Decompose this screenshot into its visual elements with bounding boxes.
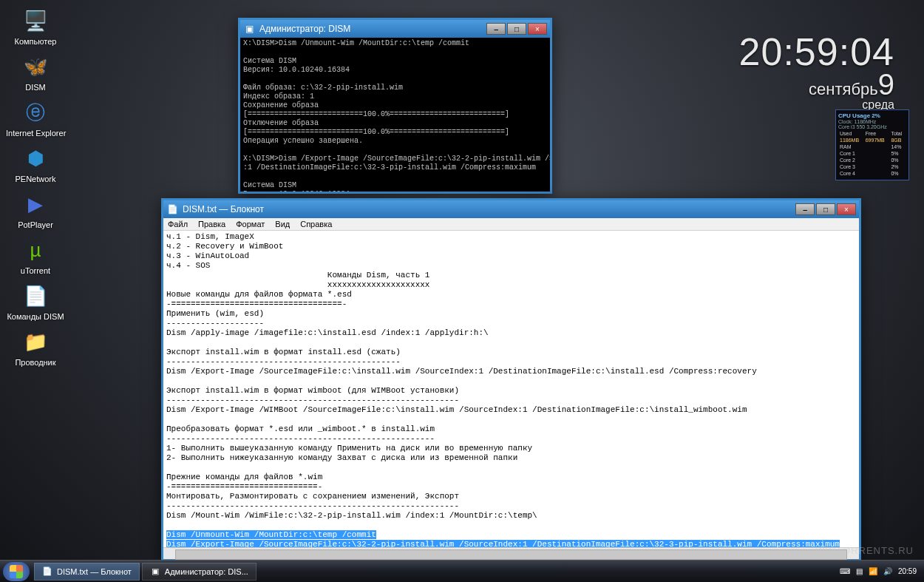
tray-volume-icon[interactable]: 🔊: [883, 567, 892, 575]
desktop-icon-dism[interactable]: 🦋DISM: [6, 52, 65, 92]
notepad-titlebar[interactable]: 📄 DISM.txt — Блокнот ‒ □ ×: [163, 200, 859, 218]
menu-edit[interactable]: Правка: [198, 220, 225, 229]
notepad-title: DISM.txt — Блокнот: [183, 204, 795, 214]
notepad-menubar: Файл Правка Формат Вид Справка: [163, 218, 859, 231]
menu-format[interactable]: Формат: [236, 220, 265, 229]
tray-flag-icon[interactable]: ▤: [856, 567, 863, 575]
desktop-icon-potplayer[interactable]: ▶PotPlayer: [6, 189, 65, 229]
desktop-icon-utorrent[interactable]: µuTorrent: [6, 235, 65, 275]
tray-keyboard-icon[interactable]: ⌨: [840, 567, 850, 575]
tray-clock[interactable]: 20:59: [898, 567, 917, 575]
close-button[interactable]: ×: [528, 23, 547, 35]
desktop-clock: 20:59:04 сентябрь9 среда: [739, 30, 894, 112]
utorrent-icon: µ: [21, 235, 50, 265]
clock-time: 20:59:04: [739, 30, 894, 74]
menu-file[interactable]: Файл: [168, 220, 188, 229]
horizontal-scrollbar[interactable]: [163, 547, 859, 559]
computer-icon: 🖥️: [21, 6, 50, 35]
cmd-titlebar[interactable]: ▣ Администратор: DISM ‒ □ ×: [240, 20, 550, 38]
selected-text[interactable]: Dism /Unmount-Wim /MountDir:c:\temp /com…: [166, 530, 840, 547]
cpu-title: CPU Usage 2%: [838, 112, 906, 119]
notepad-window[interactable]: 📄 DISM.txt — Блокнот ‒ □ × Файл Правка Ф…: [161, 198, 861, 561]
system-tray: ⌨ ▤ 📶 🔊 20:59: [840, 567, 921, 575]
close-button[interactable]: ×: [837, 203, 856, 215]
desktop-icon-penetwork[interactable]: ⬢PENetwork: [6, 143, 65, 183]
start-button[interactable]: [3, 562, 30, 581]
minimize-button[interactable]: ‒: [795, 203, 815, 215]
taskbar-item-cmd[interactable]: ▣Администратор: DIS...: [142, 563, 257, 581]
minimize-button[interactable]: ‒: [486, 23, 506, 35]
ie-icon: ⓔ: [21, 98, 50, 127]
desktop-icons: 🖥️Компьютер 🦋DISM ⓔInternet Explorer ⬢PE…: [6, 6, 65, 367]
penetwork-icon: ⬢: [21, 143, 50, 173]
cmd-content[interactable]: X:\DISM>Dism /Unmount-Wim /MountDir:c:\t…: [240, 38, 550, 192]
notepad-icon: 📄: [42, 566, 52, 577]
menu-help[interactable]: Справка: [300, 220, 332, 229]
cmd-icon: ▣: [243, 23, 255, 35]
maximize-button[interactable]: □: [507, 23, 526, 35]
taskbar: 📄DISM.txt — Блокнот ▣Администратор: DIS.…: [0, 560, 924, 582]
cpu-gadget: CPU Usage 2% Clock: 1186MHz Core i3 550 …: [835, 109, 909, 180]
desktop-icon-computer[interactable]: 🖥️Компьютер: [6, 6, 65, 46]
taskbar-item-notepad[interactable]: 📄DISM.txt — Блокнот: [34, 563, 140, 581]
desktop-icon-ie[interactable]: ⓔInternet Explorer: [6, 98, 65, 138]
desktop-icon-explorer[interactable]: 📁Проводник: [6, 327, 65, 367]
desktop-icon-dism-cmds[interactable]: 📄Команды DISM: [6, 281, 65, 321]
dism-icon: 🦋: [21, 52, 50, 81]
notepad-icon: 📄: [166, 203, 178, 215]
cmd-window[interactable]: ▣ Администратор: DISM ‒ □ × X:\DISM>Dism…: [238, 18, 552, 194]
menu-view[interactable]: Вид: [275, 220, 290, 229]
cmd-icon: ▣: [150, 566, 160, 577]
cmd-title: Администратор: DISM: [259, 24, 486, 34]
textfile-icon: 📄: [21, 281, 50, 311]
potplayer-icon: ▶: [21, 189, 50, 219]
maximize-button[interactable]: □: [816, 203, 835, 215]
folder-icon: 📁: [21, 327, 50, 356]
watermark: WINTORRENTS.RU: [815, 545, 914, 556]
notepad-content[interactable]: ч.1 - Dism, ImageX ч.2 - Recovery и WimB…: [163, 231, 859, 547]
tray-network-icon[interactable]: 📶: [869, 567, 877, 575]
